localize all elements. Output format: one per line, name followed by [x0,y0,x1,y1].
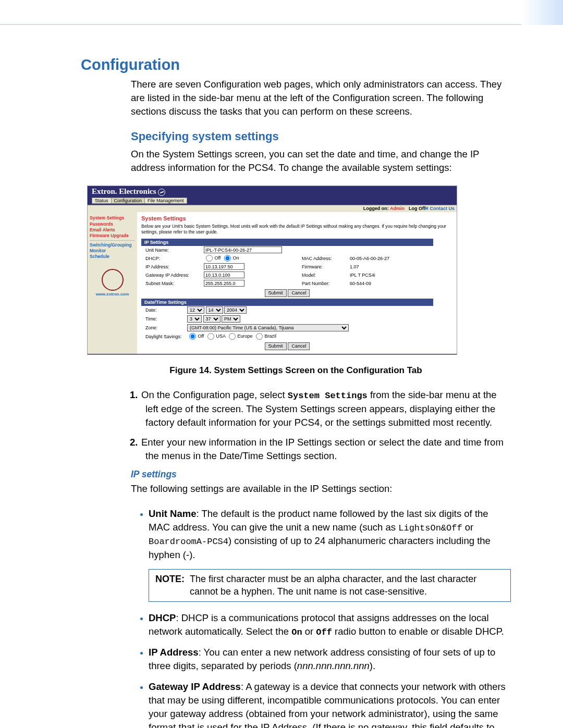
ss-ip-cancel-button[interactable]: Cancel [288,289,310,297]
ss-ds-brazil-radio[interactable] [256,333,263,340]
ss-main-desc: Below are your Unit's basic System Setti… [141,224,452,234]
ss-date-day[interactable]: 14 [206,306,223,314]
step-1: 1.On the Configuration page, select Syst… [143,388,511,429]
ss-zone-label: Zone: [145,325,187,330]
ss-tab-configuration[interactable]: Configuration [111,198,145,204]
ss-zone-select[interactable]: (GMT-08:00) Pacific Time (US & Canada), … [187,324,349,331]
ss-dhcp-off-radio[interactable] [206,255,213,262]
ss-sm-label: Subnet Mask: [145,281,204,286]
ss-unitname-input[interactable] [204,246,282,253]
ss-tabs: StatusConfigurationFile Management [88,198,457,205]
ss-extron-url[interactable]: www.extron.com [90,292,135,297]
page-top-border [0,0,563,25]
ss-dhcp-off-text: Off [215,255,221,261]
note-label: NOTE: [155,573,190,598]
ss-dhcp-on-radio[interactable] [224,255,231,262]
ss-pn-value: 60-544-09 [350,281,371,286]
ss-ds-usa-radio[interactable] [207,333,214,340]
section-heading: Specifying system settings [131,130,511,143]
ss-side-passwords[interactable]: Passwords [90,221,135,227]
ss-mac-value: 00-05-A6-00-26-27 [350,256,389,261]
ss-unitname-label: Unit Name: [145,248,204,253]
ss-ds-off-radio[interactable] [189,333,196,340]
ss-ip-submit-button[interactable]: Submit [265,289,287,297]
bullet-gateway: Gateway IP Address: A gateway is a devic… [149,680,511,728]
ss-side-system-settings[interactable]: System Settings [90,215,135,221]
ss-fw-label: Firmware: [302,264,350,269]
ss-gw-label: Gateway IP Address: [145,273,204,278]
page-title: Configuration [81,56,511,73]
ss-dhcp-on-text: On [232,255,239,261]
ss-tab-status[interactable]: Status [92,198,112,204]
bullet-dhcp: DHCP: DHCP is a communications protocol … [149,611,511,639]
ss-extron-seal-icon [102,269,124,291]
ss-phone: 800.633.9876 [423,186,455,186]
subsection-intro: The following settings are available in … [131,482,511,496]
ss-md-value: IPL T PCS4i [350,273,375,278]
ss-side-monitor[interactable]: Monitor [90,248,135,254]
figure-caption: Figure 14. System Settings Screen on the… [81,365,511,376]
ss-dt-header: Date/Time Settings [141,299,433,306]
bullet-ip-address: IP Address: You can enter a new network … [149,646,511,673]
ss-ip-label: IP Address: [145,264,204,269]
ss-date-label: Date: [145,307,187,313]
ss-date-year[interactable]: 2004 [224,306,247,314]
intro-paragraph: There are seven Configuration web pages,… [131,78,511,118]
section-intro: On the System Settings screen, you can s… [131,147,511,175]
ss-tab-filemgmt[interactable]: File Management [144,198,187,204]
subsection-heading: IP settings [131,469,511,480]
ss-main-title: System Settings [141,215,452,221]
ss-dhcp-label: DHCP: [145,256,204,261]
ss-time-hh[interactable]: 3 [187,315,202,323]
ss-ds-label: Daylight Savings: [145,334,187,339]
ss-main: System Settings Below are your Unit's ba… [137,212,457,354]
ss-dt-cancel-button[interactable]: Cancel [288,342,310,350]
ss-time-label: Time: [145,316,187,322]
ss-ip-header: IP Settings [141,239,433,246]
ss-gw-input[interactable] [204,272,244,278]
ss-sidebar: System Settings Passwords Email Alerts F… [88,212,137,354]
ss-ip-input[interactable] [204,263,244,270]
figure-screenshot: Extron. Electronics 800.633.9876 StatusC… [87,186,457,355]
note-box: NOTE: The first character must be an alp… [149,569,511,602]
ss-pn-label: Part Number: [302,281,350,286]
ss-time-mm[interactable]: 37 [203,315,221,323]
ss-sm-input[interactable] [204,280,244,287]
step-2: 2.Enter your new information in the IP S… [143,436,511,463]
ss-side-email-alerts[interactable]: Email Alerts [90,227,135,233]
ss-date-month[interactable]: 12 [187,306,204,314]
bullet-unit-name: Unit Name: The default is the product na… [149,507,511,562]
ss-logo: Extron. Electronics 800.633.9876 [88,186,457,198]
ss-side-firmware[interactable]: Firmware Upgrade [90,233,135,239]
ss-mac-label: MAC Address: [302,256,350,261]
ss-side-switching[interactable]: Switching/Grouping [90,242,135,248]
ss-fw-value: 1.07 [350,264,359,269]
ss-ds-europe-radio[interactable] [229,333,236,340]
ss-logged-on: Logged on: Admin [363,206,405,211]
ss-dt-submit-button[interactable]: Submit [265,342,287,350]
ss-md-label: Model: [302,273,350,278]
ss-log-off-link[interactable]: Log Off [409,206,425,211]
ss-contact-link[interactable]: ✉ Contact Us [424,206,455,211]
note-text: The first character must be an alpha cha… [190,573,504,598]
ss-side-schedule[interactable]: Schedule [90,254,135,260]
ss-time-ap[interactable]: PM [222,315,240,323]
